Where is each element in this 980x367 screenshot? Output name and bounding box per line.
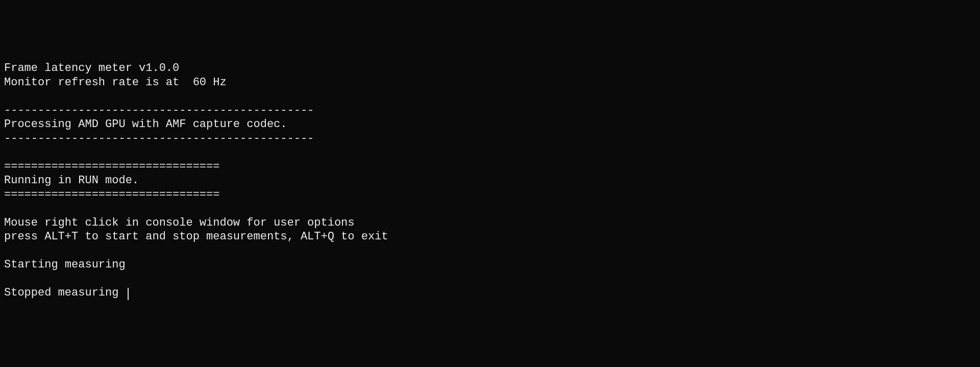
console-line: press ALT+T to start and stop measuremen… <box>4 230 976 244</box>
console-line <box>4 145 976 160</box>
console-line: Processing AMD GPU with AMF capture code… <box>4 117 976 132</box>
console-line: ----------------------------------------… <box>4 104 976 118</box>
console-line: ================================ <box>4 160 976 174</box>
console-last-line: Stopped measuring <box>4 286 976 300</box>
console-line: Running in RUN mode. <box>4 174 976 188</box>
console-line: Monitor refresh rate is at 60 Hz <box>4 76 976 90</box>
console-line <box>4 89 976 104</box>
console-line: ----------------------------------------… <box>4 132 976 146</box>
console-line: Mouse right click in console window for … <box>4 216 976 230</box>
console-line: Starting measuring <box>4 258 976 272</box>
console-line <box>4 244 976 258</box>
console-text: Stopped measuring <box>4 286 126 299</box>
console-output[interactable]: Frame latency meter v1.0.0Monitor refres… <box>4 61 976 300</box>
console-line: Frame latency meter v1.0.0 <box>4 61 976 76</box>
console-line <box>4 202 976 216</box>
console-line <box>4 272 976 286</box>
console-line: ================================ <box>4 188 976 202</box>
cursor-icon <box>128 288 129 300</box>
